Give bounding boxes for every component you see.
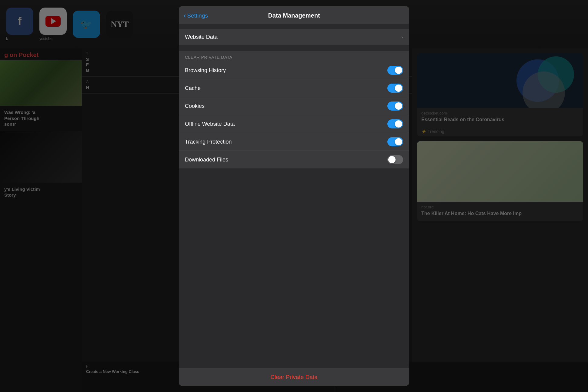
clear-private-data-section: Clear Private Data Browsing History Cach…	[179, 51, 409, 368]
dialog-footer: Clear Private Data	[179, 368, 409, 386]
tracking-protection-toggle[interactable]	[387, 137, 403, 146]
section-header: Clear Private Data	[179, 51, 409, 61]
back-label: Settings	[187, 12, 208, 19]
section-spacer	[179, 45, 409, 51]
offline-website-data-knob	[395, 120, 402, 128]
website-data-label: Website Data	[185, 34, 218, 40]
offline-website-data-label: Offline Website Data	[185, 121, 235, 127]
data-management-dialog: ‹ Settings Data Management Website Data …	[179, 0, 409, 392]
dialog-panel: ‹ Settings Data Management Website Data …	[179, 6, 409, 386]
cookies-row: Cookies	[179, 97, 409, 115]
back-chevron-icon: ‹	[184, 12, 186, 20]
browsing-history-label: Browsing History	[185, 67, 226, 74]
dialog-header: ‹ Settings Data Management	[179, 6, 409, 24]
website-data-row[interactable]: Website Data ›	[179, 29, 409, 45]
browsing-history-toggle[interactable]	[387, 66, 403, 75]
cookies-knob	[395, 102, 402, 110]
tracking-protection-label: Tracking Protection	[185, 139, 232, 145]
website-data-section: Website Data ›	[179, 29, 409, 45]
toggle-rows: Browsing History Cache Cookies	[179, 61, 409, 168]
header-spacer	[179, 24, 409, 29]
cache-toggle[interactable]	[387, 84, 403, 93]
browsing-history-knob	[395, 67, 402, 74]
downloaded-files-knob	[388, 156, 396, 163]
downloaded-files-row: Downloaded Files	[179, 151, 409, 168]
back-to-settings-button[interactable]: ‹ Settings	[184, 12, 208, 20]
offline-website-data-row: Offline Website Data	[179, 115, 409, 133]
clear-private-data-button[interactable]: Clear Private Data	[184, 374, 404, 380]
cookies-label: Cookies	[185, 103, 205, 109]
browsing-history-row: Browsing History	[179, 61, 409, 79]
content-spacer	[179, 168, 409, 368]
downloaded-files-toggle[interactable]	[387, 155, 403, 164]
cache-row: Cache	[179, 79, 409, 97]
tracking-protection-knob	[395, 138, 402, 145]
cache-label: Cache	[185, 85, 201, 91]
website-data-chevron-icon: ›	[402, 35, 403, 40]
cookies-toggle[interactable]	[387, 101, 403, 111]
dialog-title: Data Management	[268, 12, 320, 19]
downloaded-files-label: Downloaded Files	[185, 157, 228, 163]
offline-website-data-toggle[interactable]	[387, 119, 403, 128]
tracking-protection-row: Tracking Protection	[179, 133, 409, 151]
cache-knob	[395, 85, 402, 92]
